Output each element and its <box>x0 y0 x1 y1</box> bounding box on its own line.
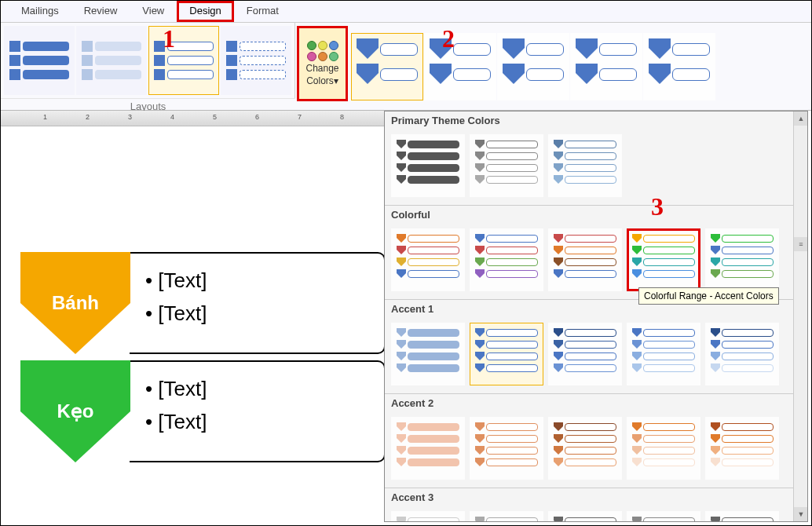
layout-option[interactable] <box>221 26 291 95</box>
layouts-group: Layouts <box>1 23 295 110</box>
color-bar <box>408 458 459 466</box>
chevron-icon <box>711 258 720 267</box>
scroll-down-icon[interactable]: ▼ <box>794 507 808 521</box>
chevron-icon <box>554 163 563 173</box>
color-option[interactable] <box>627 511 700 522</box>
color-option[interactable] <box>391 511 465 522</box>
dropdown-scrollbar[interactable]: ▲ ≡ ▼ <box>793 111 807 521</box>
smartart-body[interactable]: [Text] [Text] <box>130 360 386 462</box>
smartart-shape[interactable]: Bánh <box>20 252 130 354</box>
color-bar <box>408 176 459 184</box>
smartart-bullet[interactable]: [Text] <box>145 265 368 298</box>
chevron-icon <box>475 517 485 522</box>
color-option[interactable] <box>627 323 700 385</box>
chevron-icon <box>475 434 485 444</box>
color-option[interactable] <box>470 134 543 197</box>
chevron-icon <box>397 234 406 243</box>
chevron-icon <box>475 363 485 373</box>
chevron-icon <box>632 352 642 361</box>
smartart-shape[interactable]: Kẹo <box>20 360 130 462</box>
color-bar <box>486 364 538 372</box>
color-section-heading: Primary Theme Colors <box>385 111 807 130</box>
style-option[interactable] <box>424 33 496 100</box>
color-option[interactable] <box>705 228 779 291</box>
color-bar <box>565 247 616 254</box>
tab-review[interactable]: Review <box>71 1 130 22</box>
color-option[interactable] <box>470 228 543 291</box>
chevron-icon <box>711 363 720 373</box>
color-bar <box>486 329 538 337</box>
layout-option[interactable] <box>4 26 75 95</box>
style-option[interactable] <box>497 33 569 100</box>
color-bar <box>486 458 538 466</box>
color-option[interactable] <box>548 417 622 480</box>
color-option[interactable] <box>470 511 543 522</box>
color-bar <box>408 258 459 266</box>
tab-view[interactable]: View <box>130 1 177 22</box>
tab-format[interactable]: Format <box>234 1 291 22</box>
smartart-body[interactable]: [Text] [Text] <box>130 252 386 354</box>
color-option[interactable] <box>391 323 465 385</box>
color-option[interactable] <box>705 417 779 480</box>
color-option[interactable] <box>391 228 465 291</box>
color-option[interactable] <box>548 323 622 385</box>
color-section: Accent 3 <box>385 488 807 522</box>
color-bar <box>565 352 616 360</box>
color-bar <box>643 341 695 349</box>
color-option[interactable] <box>627 417 700 480</box>
color-bar <box>565 164 616 172</box>
color-option[interactable] <box>548 134 622 197</box>
chevron-icon <box>632 446 642 455</box>
chevron-icon <box>554 269 563 279</box>
smartart-label: Kẹo <box>57 400 94 422</box>
color-bar <box>643 247 695 254</box>
scroll-grip-icon[interactable]: ≡ <box>794 237 808 251</box>
color-option[interactable] <box>470 417 543 480</box>
chevron-icon <box>554 352 563 361</box>
smartart-styles-gallery <box>348 23 811 110</box>
color-bar <box>722 341 774 349</box>
color-bar <box>486 247 538 254</box>
smartart-graphic[interactable]: Bánh [Text] [Text] Kẹo [Text] [Text] <box>20 252 386 462</box>
smartart-item[interactable]: Bánh [Text] [Text] <box>20 252 386 354</box>
color-option[interactable] <box>548 511 622 522</box>
chevron-icon <box>397 422 406 432</box>
color-bar <box>408 423 459 431</box>
chevron-icon <box>711 422 720 432</box>
chevron-icon <box>632 269 642 279</box>
style-option[interactable] <box>643 33 715 100</box>
tab-design[interactable]: Design <box>177 1 233 22</box>
chevron-icon <box>554 258 563 267</box>
color-bar <box>565 435 616 443</box>
scroll-up-icon[interactable]: ▲ <box>794 111 808 126</box>
style-option-selected[interactable] <box>351 33 423 100</box>
change-colors-button[interactable]: Change Colors▾ <box>297 26 348 101</box>
chevron-icon <box>632 517 642 522</box>
color-bar <box>643 517 695 522</box>
color-bar <box>486 164 538 172</box>
chevron-icon <box>632 234 642 243</box>
color-bar <box>486 270 538 278</box>
smartart-bullet[interactable]: [Text] <box>145 406 368 439</box>
color-option[interactable] <box>548 228 622 291</box>
color-bar <box>486 435 538 443</box>
color-option[interactable] <box>391 417 465 480</box>
color-option[interactable] <box>391 134 465 197</box>
color-option[interactable] <box>705 323 779 385</box>
chevron-icon <box>475 152 485 161</box>
color-bar <box>722 423 774 431</box>
chevron-icon <box>554 517 563 522</box>
color-option[interactable] <box>627 228 700 291</box>
color-option-tooltip: Colorful Range - Accent Colors <box>638 287 779 305</box>
color-bar <box>722 364 774 372</box>
smartart-bullet[interactable]: [Text] <box>145 373 368 406</box>
color-option[interactable] <box>470 323 543 385</box>
smartart-item[interactable]: Kẹo [Text] [Text] <box>20 360 386 462</box>
smartart-bullet[interactable]: [Text] <box>145 298 368 331</box>
tab-mailings[interactable]: Mailings <box>9 1 71 22</box>
style-option[interactable] <box>570 33 642 100</box>
chevron-icon <box>554 422 563 432</box>
layout-option-selected[interactable] <box>148 26 219 95</box>
color-option[interactable] <box>705 511 779 522</box>
layout-option[interactable] <box>76 26 147 95</box>
